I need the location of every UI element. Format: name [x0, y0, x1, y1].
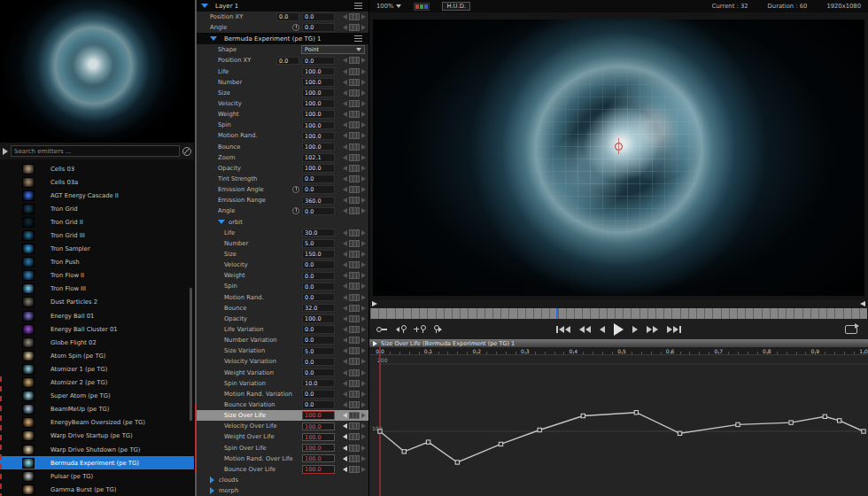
parameter-value[interactable]: 0.0 — [302, 358, 335, 367]
nudge-right-icon[interactable] — [361, 69, 366, 74]
value-slider-pad[interactable] — [349, 315, 360, 322]
parameter-row[interactable]: Bounce Over Life100.0 — [195, 464, 368, 475]
parameter-value[interactable]: 100.0 — [302, 433, 335, 442]
nudge-right-icon[interactable] — [361, 337, 366, 343]
list-item[interactable]: EnergyBeam Oversized (pe TG) — [0, 416, 194, 430]
value-slider-pad[interactable] — [349, 13, 360, 20]
jump-to-start-button[interactable] — [556, 326, 570, 333]
list-item[interactable]: Globe Flight 02 — [0, 336, 194, 349]
value-slider-pad[interactable] — [349, 358, 360, 365]
nudge-right-icon[interactable] — [361, 122, 366, 128]
parameter-value[interactable]: 100.0 — [302, 67, 335, 76]
nudge-left-icon[interactable] — [343, 187, 347, 192]
value-slider-pad[interactable] — [349, 89, 360, 97]
nudge-right-icon[interactable] — [361, 413, 366, 418]
list-item[interactable]: Dust Particles 2 — [0, 296, 194, 309]
value-slider-pad[interactable] — [349, 68, 360, 75]
parameter-row[interactable]: Life30.0 — [195, 228, 368, 238]
parameter-value[interactable]: 150.0 — [302, 250, 335, 259]
nudge-right-icon[interactable] — [361, 14, 366, 19]
parameter-value[interactable]: 0.0 — [302, 260, 335, 269]
parameter-value[interactable]: 0.0 — [302, 12, 335, 21]
nudge-left-icon[interactable] — [343, 348, 347, 353]
nudge-left-icon[interactable] — [343, 337, 347, 343]
value-slider-pad[interactable] — [349, 100, 360, 107]
list-item[interactable]: Super Atom (pe TG) — [0, 390, 194, 403]
parameter-row[interactable]: Weight0.0 — [195, 270, 368, 281]
nudge-left-icon[interactable] — [343, 133, 347, 138]
value-slider-pad[interactable] — [349, 337, 360, 344]
list-item[interactable]: Tron Grid — [0, 202, 194, 215]
nudge-left-icon[interactable] — [343, 273, 347, 278]
nudge-right-icon[interactable] — [361, 187, 366, 192]
nudge-right-icon[interactable] — [361, 359, 366, 364]
parameter-value[interactable]: 100.0 — [302, 411, 335, 420]
parameter-row[interactable]: Velocity Over Life100.0 — [195, 421, 368, 431]
keyframe-point[interactable] — [455, 461, 459, 464]
nudge-right-icon[interactable] — [361, 381, 366, 386]
parameter-row[interactable]: Bounce100.0 — [195, 142, 368, 152]
value-slider-pad[interactable] — [349, 401, 360, 408]
expanded-triangle-icon[interactable] — [218, 220, 225, 224]
parameter-value[interactable]: 0.0 — [302, 23, 335, 32]
nudge-left-icon[interactable] — [343, 262, 347, 267]
nudge-right-icon[interactable] — [361, 446, 366, 451]
parameter-row[interactable]: Size100.0 — [195, 88, 368, 98]
list-item[interactable]: Bermuda Experiment (pe TG) — [0, 456, 194, 469]
parameter-value[interactable]: 100.0 — [302, 132, 335, 141]
range-end-handle[interactable] — [860, 301, 865, 306]
value-slider-pad[interactable] — [349, 165, 360, 172]
list-item[interactable]: Energy Ball 01 — [0, 309, 194, 322]
curve-editor[interactable]: 0.00.10.20.30.40.50.60.70.80.91.0 200100 — [369, 347, 868, 496]
parameter-row[interactable]: Spin0.0 — [195, 281, 368, 291]
sub-emitter-header[interactable]: orbit — [195, 217, 368, 228]
value-slider-pad[interactable] — [349, 294, 360, 301]
parameter-row[interactable]: Spin100.0 — [195, 120, 368, 130]
value-slider-pad[interactable] — [349, 261, 360, 268]
nudge-right-icon[interactable] — [361, 133, 366, 138]
list-item[interactable]: Tron Push — [0, 256, 194, 269]
play-button[interactable] — [614, 323, 624, 336]
collapse-arrow-icon[interactable] — [3, 148, 8, 155]
keyframe-point[interactable] — [499, 442, 502, 446]
nudge-left-icon[interactable] — [343, 456, 347, 461]
nudge-right-icon[interactable] — [361, 316, 366, 322]
parameter-row[interactable]: Motion Rand.0.0 — [195, 292, 368, 303]
nudge-left-icon[interactable] — [343, 122, 347, 128]
nudge-right-icon[interactable] — [361, 327, 366, 332]
parameter-value[interactable]: 0.0 — [302, 174, 335, 183]
parameter-value[interactable]: 100.0 — [302, 422, 335, 431]
parameter-row[interactable]: Opacity100.0 — [195, 163, 368, 174]
parameter-value[interactable]: 100.0 — [302, 89, 335, 97]
nudge-right-icon[interactable] — [361, 144, 366, 150]
parameter-value[interactable]: 0.0 — [302, 390, 335, 399]
nudge-right-icon[interactable] — [361, 306, 366, 311]
parameter-row[interactable]: Zoom102.1 — [195, 152, 368, 163]
nudge-right-icon[interactable] — [361, 467, 366, 472]
value-slider-pad[interactable] — [349, 445, 360, 452]
value-slider-pad[interactable] — [349, 455, 360, 462]
parameter-row[interactable]: Number5.0 — [195, 238, 368, 249]
parameter-value[interactable]: 0.0 — [302, 368, 335, 377]
parameter-row[interactable]: Weight100.0 — [195, 109, 368, 120]
nudge-left-icon[interactable] — [343, 241, 347, 246]
nudge-left-icon[interactable] — [343, 198, 347, 203]
dial-icon[interactable] — [292, 207, 299, 214]
parameter-value[interactable]: 0.0 — [302, 57, 335, 66]
parameter-value[interactable]: 0.0 — [302, 272, 335, 281]
nudge-right-icon[interactable] — [361, 273, 366, 278]
value-slider-pad[interactable] — [349, 466, 360, 473]
list-item[interactable]: Warp Drive Shutdown (pe TG) — [0, 443, 194, 456]
value-slider-pad[interactable] — [349, 380, 360, 387]
nudge-right-icon[interactable] — [361, 80, 366, 85]
keyframe-point[interactable] — [789, 421, 793, 424]
list-item[interactable]: Tron Grid II — [0, 215, 194, 229]
nudge-left-icon[interactable] — [343, 391, 347, 397]
parameter-row[interactable]: Bounce32.0 — [195, 303, 368, 314]
parameter-value[interactable]: 360.0 — [302, 197, 335, 205]
parameter-row[interactable]: Position XY0.00.0 — [195, 55, 368, 66]
step-forward-button[interactable] — [632, 326, 638, 333]
nudge-right-icon[interactable] — [361, 423, 366, 429]
nudge-right-icon[interactable] — [361, 90, 366, 96]
nudge-right-icon[interactable] — [361, 208, 366, 213]
